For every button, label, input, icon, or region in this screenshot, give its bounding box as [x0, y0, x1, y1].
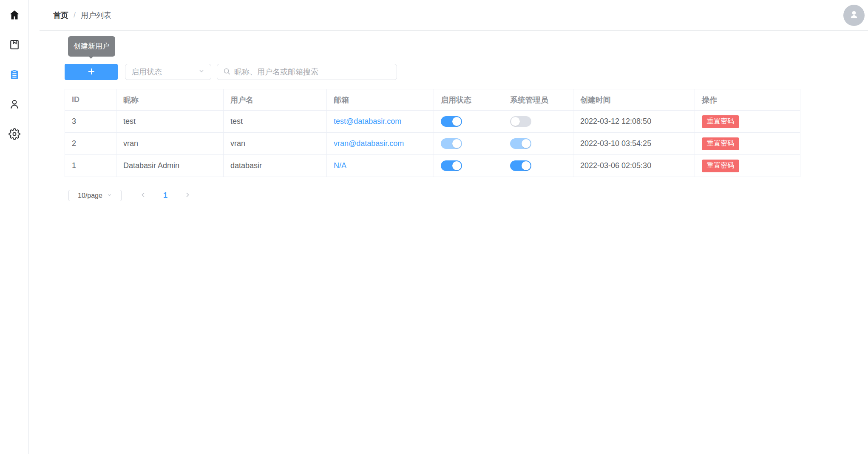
next-page-button[interactable]	[178, 191, 197, 200]
sidebar-item-members[interactable]	[8, 99, 21, 111]
book-icon	[9, 39, 20, 52]
chevron-right-icon	[184, 191, 191, 200]
email-link[interactable]: N/A	[334, 161, 346, 170]
cell-username: vran	[224, 133, 327, 155]
page-size-select[interactable]: 10/page	[68, 190, 122, 201]
table-header-row: ID 昵称 用户名 邮箱 启用状态 系统管理员 创建时间 操作	[65, 89, 800, 111]
email-link[interactable]: vran@databasir.com	[334, 139, 404, 148]
user-avatar[interactable]	[843, 5, 865, 26]
topbar-divider	[40, 30, 868, 31]
col-header-actions: 操作	[695, 89, 800, 111]
page-number[interactable]: 1	[156, 191, 175, 200]
search-icon	[223, 67, 231, 77]
col-header-admin: 系统管理员	[503, 89, 573, 111]
col-header-created: 创建时间	[573, 89, 695, 111]
table-row: 2 vran vran vran@databasir.com 2022-03-1…	[65, 133, 800, 155]
chevron-down-icon	[107, 192, 112, 200]
clipboard-icon	[9, 69, 20, 82]
enabled-toggle[interactable]	[441, 138, 462, 149]
chevron-down-icon	[198, 68, 205, 76]
person-icon	[848, 8, 860, 23]
cell-nickname: test	[116, 111, 224, 133]
gear-icon	[9, 128, 20, 142]
sidebar-item-home[interactable]	[8, 9, 21, 22]
search-box	[217, 64, 397, 80]
breadcrumb-home[interactable]: 首页	[53, 10, 68, 20]
email-link[interactable]: test@databasir.com	[334, 117, 401, 126]
cell-id: 3	[65, 111, 116, 133]
chevron-left-icon	[140, 191, 147, 200]
col-header-nickname: 昵称	[116, 89, 224, 111]
reset-password-button[interactable]: 重置密码	[702, 137, 739, 150]
reset-password-button[interactable]: 重置密码	[702, 115, 739, 128]
pagination: 10/page 1	[68, 190, 197, 201]
home-icon	[9, 9, 20, 23]
table-row: 1 Databasir Admin databasir N/A 2022-03-…	[65, 155, 800, 177]
col-header-enabled: 启用状态	[434, 89, 503, 111]
prev-page-button[interactable]	[133, 191, 153, 200]
status-filter-placeholder: 启用状态	[131, 67, 198, 77]
user-icon	[9, 98, 20, 112]
table-row: 3 test test test@databasir.com 2022-03-1…	[65, 111, 800, 133]
sidebar	[0, 0, 29, 454]
cell-id: 1	[65, 155, 116, 177]
user-list-page: 首页 / 用户列表 创建新用户 启用状态	[0, 0, 868, 454]
enabled-toggle[interactable]	[441, 160, 462, 171]
col-header-id: ID	[65, 89, 116, 111]
cell-nickname: vran	[116, 133, 224, 155]
search-input[interactable]	[234, 68, 391, 77]
sidebar-item-docs[interactable]	[8, 39, 21, 52]
cell-created-at: 2022-03-12 12:08:50	[573, 111, 695, 133]
enabled-toggle[interactable]	[441, 116, 462, 127]
admin-toggle[interactable]	[510, 138, 531, 149]
breadcrumb-current: 用户列表	[81, 10, 111, 20]
breadcrumb-separator: /	[74, 11, 76, 20]
cell-created-at: 2022-03-10 03:54:25	[573, 133, 695, 155]
col-header-email: 邮箱	[327, 89, 434, 111]
sidebar-item-user-list[interactable]	[8, 69, 21, 82]
page-size-value: 10/page	[78, 192, 102, 200]
cell-username: databasir	[224, 155, 327, 177]
col-header-username: 用户名	[224, 89, 327, 111]
cell-nickname: Databasir Admin	[116, 155, 224, 177]
cell-username: test	[224, 111, 327, 133]
cell-created-at: 2022-03-06 02:05:30	[573, 155, 695, 177]
add-user-button[interactable]	[65, 64, 118, 80]
topbar: 首页 / 用户列表	[29, 0, 868, 31]
admin-toggle[interactable]	[510, 160, 531, 171]
create-user-tooltip: 创建新用户	[68, 36, 115, 57]
breadcrumb: 首页 / 用户列表	[53, 0, 111, 30]
status-filter-select[interactable]: 启用状态	[125, 64, 211, 80]
plus-icon	[87, 67, 96, 77]
admin-toggle[interactable]	[510, 116, 531, 127]
sidebar-item-settings[interactable]	[8, 128, 21, 141]
reset-password-button[interactable]: 重置密码	[702, 160, 739, 172]
cell-id: 2	[65, 133, 116, 155]
user-table: ID 昵称 用户名 邮箱 启用状态 系统管理员 创建时间 操作 3 test t…	[65, 89, 800, 177]
